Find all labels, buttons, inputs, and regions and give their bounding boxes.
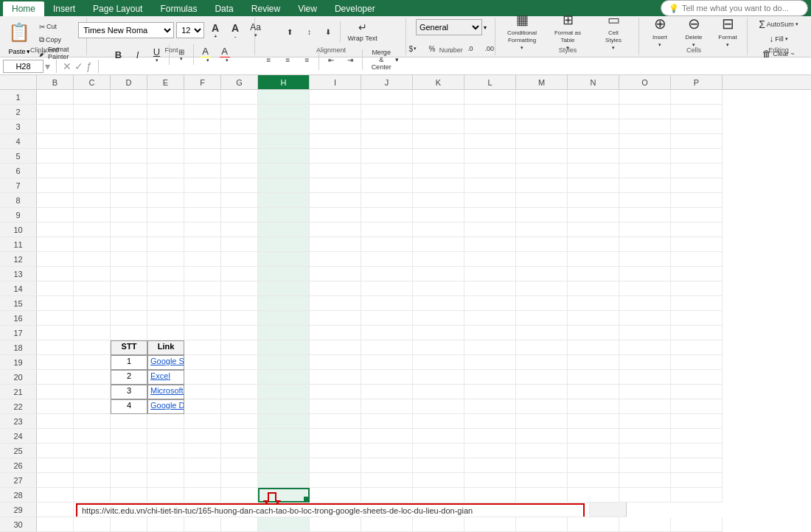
wrap-text-button[interactable]: ↵ Wrap Text — [344, 19, 380, 44]
row-header[interactable]: 5 — [0, 149, 37, 164]
cell-reference-box[interactable]: H28 — [3, 60, 43, 73]
row-header[interactable]: 2 — [0, 105, 37, 119]
row-header[interactable]: 29 — [0, 503, 37, 517]
row-header[interactable]: 30 — [0, 517, 37, 532]
active-cell[interactable] — [258, 488, 310, 503]
autosum-button[interactable]: Σ AutoSum ▾ — [755, 18, 802, 31]
row-header[interactable]: 3 — [0, 119, 37, 134]
grow-font-button[interactable]: A+ — [206, 19, 224, 41]
row-header[interactable]: 19 — [0, 355, 37, 370]
row-header[interactable]: 1 — [0, 90, 37, 105]
row-header[interactable]: 27 — [0, 473, 37, 488]
row-header[interactable]: 11 — [0, 237, 37, 252]
table-row: 30 — [0, 517, 811, 532]
col-header-g[interactable]: G — [221, 75, 258, 89]
col-header-b[interactable]: B — [37, 75, 74, 89]
row-header[interactable]: 13 — [0, 267, 37, 281]
row-header[interactable]: 12 — [0, 252, 37, 267]
row-header[interactable]: 18 — [0, 340, 37, 355]
row-header[interactable]: 16 — [0, 311, 37, 326]
row-header[interactable]: 15 — [0, 296, 37, 311]
table-row: 26 — [0, 458, 811, 473]
col-header-m[interactable]: M — [516, 75, 568, 89]
confirm-formula-button[interactable]: ✓ — [74, 60, 83, 72]
table-row: 224Google Docs — [0, 399, 811, 414]
font-family-select[interactable]: Times New Roma — [78, 22, 174, 38]
row-header[interactable]: 14 — [0, 281, 37, 296]
row-header[interactable]: 22 — [0, 399, 37, 414]
row-header[interactable]: 7 — [0, 178, 37, 193]
shrink-font-button[interactable]: A- — [226, 19, 244, 41]
col-header-n[interactable]: N — [568, 75, 619, 89]
table-row: 18STTLink — [0, 340, 811, 355]
fill-button[interactable]: ↓ Fill ▾ — [765, 32, 792, 46]
col-header-e[interactable]: E — [147, 75, 184, 89]
col-header-o[interactable]: O — [619, 75, 671, 89]
col-header-f[interactable]: F — [184, 75, 221, 89]
menu-page-layout[interactable]: Page Layout — [84, 1, 151, 16]
col-header-i[interactable]: I — [310, 75, 361, 89]
row-header[interactable]: 24 — [0, 429, 37, 444]
copy-button[interactable]: ⧉Copy — [35, 34, 83, 46]
cell-styles-button[interactable]: ▭ CellStyles ▾ — [591, 13, 636, 50]
tell-me-input[interactable] — [682, 4, 800, 13]
row-header[interactable]: 17 — [0, 326, 37, 340]
row-header[interactable]: 10 — [0, 223, 37, 237]
cancel-formula-button[interactable]: ✕ — [63, 60, 72, 72]
select-all-button[interactable] — [0, 75, 37, 89]
col-header-j[interactable]: J — [361, 75, 413, 89]
insert-function-button[interactable]: ƒ — [86, 60, 92, 72]
conditional-formatting-button[interactable]: ▦ Conditional Formatting ▾ — [500, 13, 544, 50]
styles-group: ▦ Conditional Formatting ▾ ⊞ Format asTa… — [497, 18, 639, 55]
row-header[interactable]: 23 — [0, 414, 37, 429]
delete-button[interactable]: ⊖ Delete ▾ — [678, 13, 710, 51]
col-header-c[interactable]: C — [74, 75, 111, 89]
menu-review[interactable]: Review — [243, 1, 289, 16]
url-display[interactable]: https://vitc.edu.vn/chi-tiet-tin-tuc/165… — [76, 503, 585, 517]
align-middle-button[interactable]: ↕ — [300, 21, 318, 43]
col-header-p[interactable]: P — [671, 75, 723, 89]
format-as-table-button[interactable]: ⊞ Format asTable ▾ — [546, 13, 590, 50]
row-header[interactable]: 28 — [0, 488, 37, 503]
menu-home[interactable]: Home — [3, 1, 44, 16]
table-row: 17 — [0, 326, 811, 340]
row-header[interactable]: 8 — [0, 193, 37, 208]
col-header-h[interactable]: H — [258, 75, 310, 89]
align-top-button[interactable]: ⬆ — [281, 21, 299, 43]
cut-button[interactable]: ✂Cut — [35, 21, 83, 32]
list-item[interactable]: Excel — [150, 371, 170, 380]
row-header[interactable]: 6 — [0, 164, 37, 178]
list-item[interactable]: Microsoft Word — [150, 386, 184, 395]
menu-data[interactable]: Data — [206, 1, 242, 16]
table-row: 29https://vitc.edu.vn/chi-tiet-tin-tuc/1… — [0, 503, 811, 517]
menu-formulas[interactable]: Formulas — [151, 1, 206, 16]
col-header-d[interactable]: D — [111, 75, 147, 89]
menu-insert[interactable]: Insert — [44, 1, 84, 16]
list-item[interactable]: Google Sheet — [150, 357, 184, 365]
number-format-expand[interactable]: ▾ — [484, 24, 487, 31]
col-header-l[interactable]: L — [464, 75, 516, 89]
format-button[interactable]: ⊟ Format ▾ — [711, 13, 744, 51]
align-bottom-button[interactable]: ⬇ — [319, 21, 337, 43]
autofill-handle[interactable] — [304, 497, 308, 501]
row-header[interactable]: 4 — [0, 134, 37, 149]
number-group: General ▾ $▾ % , .0 .00 Number — [408, 18, 495, 55]
clipboard-group-label: Clipboard — [3, 46, 86, 54]
number-format-select[interactable]: General — [416, 19, 482, 35]
row-header[interactable]: 26 — [0, 458, 37, 473]
row-header[interactable]: 21 — [0, 385, 37, 399]
list-item[interactable]: Google Docs — [150, 401, 184, 410]
menu-view[interactable]: View — [289, 1, 326, 16]
table-row: 3 — [0, 119, 811, 134]
col-header-k[interactable]: K — [413, 75, 464, 89]
row-header[interactable]: 20 — [0, 370, 37, 385]
font-size-select[interactable]: 12 — [176, 22, 204, 38]
paste-button[interactable]: 📋 — [6, 18, 32, 47]
row-header[interactable]: 25 — [0, 444, 37, 458]
menu-developer[interactable]: Developer — [326, 1, 384, 16]
insert-button[interactable]: ⊕ Insert ▾ — [644, 13, 676, 51]
row-header[interactable]: 9 — [0, 208, 37, 223]
formula-expand-icon[interactable]: ▾ — [45, 60, 50, 72]
row-header[interactable] — [590, 503, 627, 517]
table-row: 24 — [0, 429, 811, 444]
